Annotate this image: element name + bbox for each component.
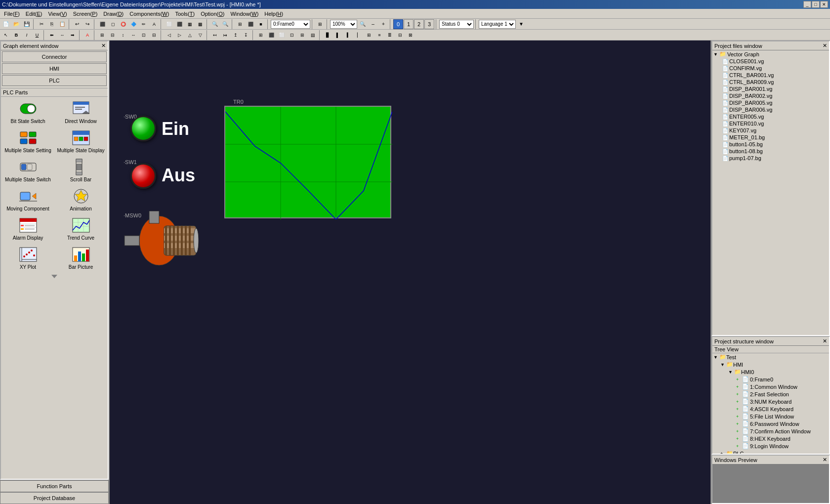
scroll-bar-item[interactable]: Scroll Bar [55,156,107,184]
connector-btn[interactable]: Connector [2,51,107,62]
menu-option[interactable]: Option(O) [198,10,227,18]
file-item[interactable]: 📄ENTER010.vg [712,120,829,127]
tree-hmi0[interactable]: ▼ 📁 HMI0 [712,368,829,376]
tb2-b1[interactable]: ⊞ [97,30,107,40]
tb1-extra3[interactable]: ■ [256,19,266,29]
project-files-scroll[interactable]: ▼ 📁 Vector Graph 📄CLOSE001.vg📄CONFIRM.vg… [712,50,829,335]
menu-screen[interactable]: Screen(P) [70,10,101,18]
trend-chart[interactable] [224,106,391,218]
tb2-f6[interactable]: ≡ [374,30,384,40]
zoom-select[interactable]: 100% 75% 50% [330,20,357,29]
multiple-state-display-item[interactable]: Multiple State Display [55,127,107,155]
zoom-in-btn[interactable]: 🔍 [210,19,220,29]
green-button[interactable] [130,116,156,141]
tb2-btn3[interactable]: I [22,30,32,40]
bit-state-switch-item[interactable]: Bit State Switch [2,98,54,126]
file-item[interactable]: 📄DISP_BAR001.vg [712,85,829,92]
maximize-btn[interactable]: □ [812,1,820,8]
tb1-btn5[interactable]: ✏ [139,19,149,29]
file-item[interactable]: 📄DISP_BAR002.vg [712,92,829,99]
tree-page-item[interactable]: +📄7:Confirm Action Window [712,427,829,435]
tb1-btn9[interactable]: ▦ [185,19,195,29]
canvas-background[interactable]: ·SW0 ·SW1 ·MSW0 TR0 Ein Aus [110,41,710,504]
tb1-btn10[interactable]: ▩ [195,19,205,29]
tb2-b5[interactable]: ⊡ [139,30,149,40]
tb2-d2[interactable]: ↦ [220,30,230,40]
file-item[interactable]: 📄pump1-07.bg [712,155,829,162]
tree-page-item[interactable]: +📄8:HEX Keyboard [712,435,829,442]
tb1-btn2[interactable]: ◻ [108,19,118,29]
tb2-e2[interactable]: ⬛ [266,30,276,40]
tb2-c2[interactable]: ▷ [174,30,184,40]
tb1-btn3[interactable]: ⭕ [118,19,128,29]
cut-btn[interactable]: ✂ [37,19,46,29]
tree-page-item[interactable]: +📄5:File List Window [712,413,829,420]
tree-page-item[interactable]: +📄3:NUM Keyboard [712,398,829,405]
tree-page-item[interactable]: +📄9:Login Window [712,442,829,450]
animation-item[interactable]: Animation [55,185,107,213]
tb1-extra[interactable]: ⊞ [235,19,245,29]
tb2-e5[interactable]: ⊞ [297,30,307,40]
menu-edit[interactable]: Edit(E) [23,10,45,18]
close-files-btn[interactable]: ✕ [823,42,827,49]
tb2-btn2[interactable]: B [11,30,21,40]
multiple-state-setting-item[interactable]: Multiple State Setting [2,127,54,155]
tb2-d1[interactable]: ↤ [210,30,220,40]
tb1-btn8[interactable]: ⬛ [174,19,184,29]
tb1-grid[interactable]: ⊞ [315,19,325,29]
tb2-b6[interactable]: ⊟ [149,30,159,40]
tb1-btn7[interactable]: ⬜ [164,19,174,29]
file-item[interactable]: 📄CLOSE001.vg [712,58,829,65]
tree-page-item[interactable]: +📄0:Frame0 [712,376,829,383]
moving-component-item[interactable]: Moving Component [2,185,54,213]
file-item[interactable]: 📄METER_01.bg [712,134,829,141]
tb2-f9[interactable]: ⊠ [406,30,415,40]
tb1-btn6[interactable]: A [149,19,159,29]
minimize-btn[interactable]: _ [803,1,811,8]
copy-btn[interactable]: ⎘ [47,19,57,29]
zoom-glass[interactable]: 🔍 [358,19,368,29]
motor-image[interactable] [120,211,199,270]
align-left[interactable]: ⬅ [47,30,57,40]
menu-tools[interactable]: Tools(T) [172,10,198,18]
new-btn[interactable]: 📄 [1,19,11,29]
bar-picture-item[interactable]: Bar Picture [55,244,107,272]
open-btn[interactable]: 📂 [11,19,21,29]
tb1-extra2[interactable]: ⬛ [246,19,255,29]
tb2-btn4[interactable]: U [32,30,42,40]
redo-btn[interactable]: ↪ [83,19,92,29]
tree-test[interactable]: ▼ 📁 Test [712,353,829,361]
close-btn[interactable]: ✕ [820,1,828,8]
tree-page-item[interactable]: +📄6:Password Window [712,420,829,427]
tree-plc[interactable]: + 📁 PLC [712,450,829,454]
tb2-b4[interactable]: ↔ [128,30,138,40]
file-item[interactable]: 📄CONFIRM.vg [712,65,829,72]
page-1-btn[interactable]: 1 [404,19,414,29]
paste-btn[interactable]: 📋 [57,19,67,29]
page-0-btn[interactable]: 0 [393,19,403,29]
close-structure-btn[interactable]: ✕ [823,338,827,344]
align-right[interactable]: ➡ [68,30,78,40]
file-item[interactable]: 📄button1-05.bg [712,141,829,148]
tb1-btn1[interactable]: ⬛ [97,19,107,29]
menu-components[interactable]: Components(W) [126,10,172,18]
menu-file[interactable]: File(F) [1,10,23,18]
tb2-f3[interactable]: ▍ [343,30,353,40]
file-item[interactable]: 📄CTRL_BAR009.vg [712,79,829,85]
file-item[interactable]: 📄CTRL_BAR001.vg [712,72,829,79]
graph-element-scroll[interactable]: Connector HMI PLC PLC Parts [1,50,108,479]
tb2-f8[interactable]: ⊟ [395,30,405,40]
tb2-c3[interactable]: △ [185,30,195,40]
trend-curve-item[interactable]: Trend Curve [55,214,107,243]
save-btn[interactable]: 💾 [22,19,32,29]
file-item[interactable]: 📄ENTER005.vg [712,113,829,120]
file-item[interactable]: 📄button1-08.bg [712,148,829,155]
tb2-f1[interactable]: ▊ [323,30,332,40]
tree-page-item[interactable]: +📄2:Fast Selection [712,390,829,398]
hmi-btn[interactable]: HMI [2,63,107,74]
tb2-f2[interactable]: ▌ [333,30,343,40]
plc-btn[interactable]: PLC [2,75,107,86]
zoom-out-btn[interactable]: 🔍 [220,19,230,29]
tree-page-item[interactable]: +📄1:Common Window [712,383,829,390]
tb2-c1[interactable]: ◁ [164,30,174,40]
